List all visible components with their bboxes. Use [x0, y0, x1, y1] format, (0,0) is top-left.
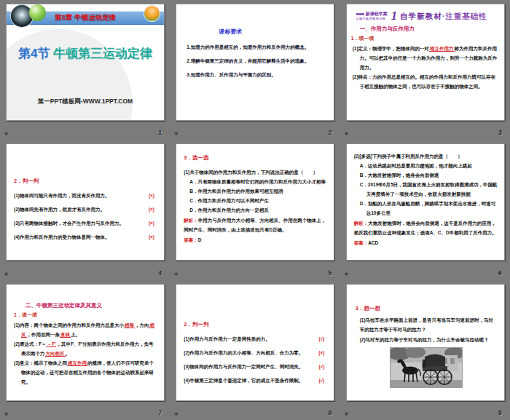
slide-cell-6: (2)[多选]下列例子中属于利用反作用力的是（ ） A．运动员跳起时总是要用力蹬…	[340, 140, 510, 280]
option-a: A．运动员跳起时总是要用力蹬地面，他才能向上跳起	[360, 161, 498, 170]
slide-sorter-grid: 第5章 牛顿运动定律 第4节 牛顿第三运动定律 第一PPT模板网-WWW.1PP…	[0, 0, 510, 420]
judge-mark: (×)	[149, 232, 154, 242]
transition-star-icon: ★	[4, 411, 9, 417]
option-c: C．2019年6月5日，我国首次海上火箭发射取得圆满成功，中国航天再度填补了一项…	[360, 180, 498, 199]
feature-paragraph: (2)特点：力的作用总是相互的。相互的作用力和反作用力既可以存在于相互接触的物体…	[353, 72, 498, 91]
slide-number: 4	[158, 269, 162, 277]
judge-mark: (×)	[318, 348, 324, 357]
transition-star-icon: ★	[173, 131, 178, 137]
slide-title: 第4节 牛顿第三运动定律	[7, 45, 164, 62]
horse-cart-photo	[390, 347, 463, 388]
judge-heading: 2．判一判	[184, 321, 326, 328]
analysis: 解析：作用力与反作用力大小相等、方向相反、作用在两个物体上，同时产生、同时消失，…	[184, 215, 327, 234]
judge-mark: (×)	[149, 218, 154, 228]
slide-number: 2	[329, 129, 332, 136]
judge-item: (1)作用力与反作用力一定是同性质的力。(√)	[184, 334, 326, 344]
meaning-paragraph: (3)意义：揭示了物体之间相互作用的规律，使人们不仅可研究单个物体的运动，还可把…	[14, 358, 157, 387]
answer-value: D	[198, 237, 202, 242]
transition-star-icon: ★	[344, 411, 349, 417]
judge-item: (4)牛顿第三定律是个普适定律，它的成立不受条件限制。(√)	[184, 376, 326, 385]
slide-cell-7: 二、牛顿第三运动定律及其意义 1．填一填 (1)内容：两个物体之间的作用力和反作…	[0, 280, 170, 420]
answer-label: 答案：	[184, 237, 198, 242]
section-heading: 课标要求	[219, 28, 323, 36]
transition-star-icon: ★	[344, 131, 349, 137]
slide-cell-1: 第5章 牛顿运动定律 第4节 牛顿第三运动定律 第一PPT模板网-WWW.1PP…	[0, 0, 170, 140]
slide-thumbnail-5[interactable]: 3．选一选 (1)关于物体间的作用力和反作用力，下列说法正确的是（ ） A．只有…	[176, 143, 334, 261]
judge-mark: (×)	[149, 191, 154, 200]
fill-blank: 直线	[60, 332, 71, 338]
slide-thumbnail-7[interactable]: 二、牛顿第三运动定律及其意义 1．填一填 (1)内容：两个物体之间的作用力和反作…	[6, 284, 165, 401]
requirement-item: 2.理解牛顿第三定律的含义，并能用它解释生活中的现象。	[187, 57, 323, 66]
requirement-item: 1.知道力的作用是相互的，知道作用力和反作用力的概念。	[187, 43, 323, 52]
answer-label: 答案：	[354, 240, 369, 245]
section-heading: 一、作用力与反作用力	[360, 25, 504, 33]
chapter-banner-text: 第5章 牛顿运动定律	[55, 13, 116, 23]
transition-star-icon: ★	[173, 272, 178, 277]
slide-thumbnail-2[interactable]: 课标要求 1.知道力的作用是相互的，知道作用力和反作用力的概念。 2.理解牛顿第…	[176, 4, 334, 121]
option-a: A．只有两物体质量相等时它们间的作用力和反作用力大小才相等	[189, 177, 327, 186]
fill-blank: －F′	[46, 341, 56, 347]
section-heading: 二、牛顿第三运动定律及其意义	[26, 302, 157, 309]
logo-bars-icon	[356, 13, 364, 15]
judge-item: (3)只有两物体接触时，才会产生作用力与反作用力。(×)	[14, 218, 157, 228]
fill-blank: 相互作用力	[429, 46, 455, 52]
slide-thumbnail-9[interactable]: 3．想一想 (1)马拉车在水平路面上前进，是否只有当马车匀速前进时，马对车的拉力…	[346, 284, 505, 401]
judge-mark: (√)	[318, 334, 324, 344]
judge-item: (2)作用力与反作用力的大小相等、方向相反、合力为零。(×)	[184, 348, 326, 357]
slide-number: 6	[498, 269, 502, 277]
expression-paragraph: (2)表达式：F＝－F′，其中F、F′分别表示作用力和反作用力，负号表示两个力方…	[14, 339, 157, 358]
background-circle	[6, 29, 133, 121]
think-question-2: (2)马对车的拉力等于车对马的拉力，为什么车会被马拉动呢？	[360, 335, 498, 344]
option-b: B．大炮发射炮弹时，炮身会向后倒退	[360, 170, 498, 180]
answer-value: ACD	[368, 240, 378, 245]
analysis: 解析：大炮发射炮弹时，炮身会向后倒退，这不是反作用力的应用，相反我们要防止这种现…	[354, 218, 498, 237]
transition-star-icon: ★	[4, 131, 9, 137]
judge-item: (4)作用力和反作用力的受力物体是同一物体。(×)	[14, 232, 157, 242]
slide-cell-5: 3．选一选 (1)关于物体间的作用力和反作用力，下列说法正确的是（ ） A．只有…	[170, 140, 340, 280]
logo-text: 新课程学案	[356, 12, 388, 17]
judge-heading: 2．判一判	[14, 178, 157, 185]
slide-thumbnail-6[interactable]: (2)[多选]下列例子中属于利用反作用力的是（ ） A．运动员跳起时总是要用力蹬…	[346, 143, 505, 261]
fill-blank: 方向相反	[45, 351, 66, 357]
question-text: (1)关于物体间的作用力和反作用力，下列说法正确的是（ ）	[184, 167, 327, 177]
transition-star-icon: ★	[4, 272, 9, 277]
answer: 答案：ACD	[354, 238, 498, 247]
slide-number: 3	[498, 129, 502, 136]
brand-logo: 新课程学案 让核心素养落地生根	[356, 12, 388, 21]
fill-blank: 相等	[124, 322, 135, 328]
slide-cell-8: 2．判一判 (1)作用力与反作用力一定是同性质的力。(√) (2)作用力与反作用…	[170, 280, 340, 420]
content-paragraph: (1)内容：两个物体之间的作用力和反作用力总是大小相等，方向相反，作用在同一条直…	[14, 320, 157, 339]
title-main: 牛顿第三运动定律	[50, 47, 152, 60]
judge-mark: (√)	[318, 376, 324, 385]
title-prefix: 第4节	[18, 47, 50, 60]
slide-number: 1	[158, 129, 162, 136]
slide-number: 8	[329, 409, 332, 416]
logo-slogan: 让核心素养落地生根	[356, 17, 388, 21]
judge-mark: (√)	[318, 362, 324, 371]
requirement-item: 3.知道作用力、反作用力与平衡力的区别。	[187, 71, 323, 79]
slide-number: 9	[498, 409, 502, 416]
slide-cell-2: 课标要求 1.知道力的作用是相互的，知道作用力和反作用力的概念。 2.理解牛顿第…	[170, 0, 340, 140]
definition-paragraph: (1)定义：物理学中，把物体间的一对相互作用力称为作用力和反作用力。可以把其中的…	[353, 44, 498, 72]
transition-star-icon: ★	[344, 272, 349, 277]
header-title: 自学新教材·注重基础性	[400, 12, 487, 22]
leaf-icon	[29, 4, 46, 21]
think-question-1: (1)马拉车在水平路面上前进，是否只有当马车匀速前进时，马对车的拉力才等于车对马…	[360, 315, 498, 334]
transition-star-icon: ★	[173, 411, 178, 417]
answer: 答案：D	[184, 235, 327, 245]
slide-thumbnail-4[interactable]: 2．判一判 (1)物体间可能只有作用力，而没有反作用力。(×) (2)物体间先有…	[6, 143, 165, 261]
slide-thumbnail-1[interactable]: 第5章 牛顿运动定律 第4节 牛顿第三运动定律 第一PPT模板网-WWW.1PP…	[6, 4, 165, 121]
slide-cell-3: 新课程学案 让核心素养落地生根 1 自学新教材·注重基础性 一、作用力与反作用力…	[340, 0, 510, 140]
slide-thumbnail-8[interactable]: 2．判一判 (1)作用力与反作用力一定是同性质的力。(√) (2)作用力与反作用…	[176, 284, 334, 401]
slide-cell-9: 3．想一想 (1)马拉车在水平路面上前进，是否只有当马车匀速前进时，马对车的拉力…	[340, 280, 510, 420]
subsection-heading: 1．填一填	[14, 312, 157, 319]
judge-item: (1)物体间可能只有作用力，而没有反作用力。(×)	[14, 191, 157, 200]
analysis-label: 解析：	[354, 221, 369, 226]
unit-number: 1	[391, 9, 398, 23]
judge-item: (3)物体间的作用力与反作用力一定同时产生、同时消失。(√)	[184, 362, 326, 371]
slide-thumbnail-3[interactable]: 新课程学案 让核心素养落地生根 1 自学新教材·注重基础性 一、作用力与反作用力…	[346, 4, 505, 121]
flower-icon	[144, 6, 160, 21]
fill-blank: 相互作用	[67, 360, 87, 366]
option-d: D．划船的人坐在乌篷船后艄，脚踏或手划木桨击水推进，时速可达10多公里	[360, 199, 498, 218]
judge-item: (2)物体间先有作用力，然后才有反作用力。(×)	[14, 205, 157, 214]
